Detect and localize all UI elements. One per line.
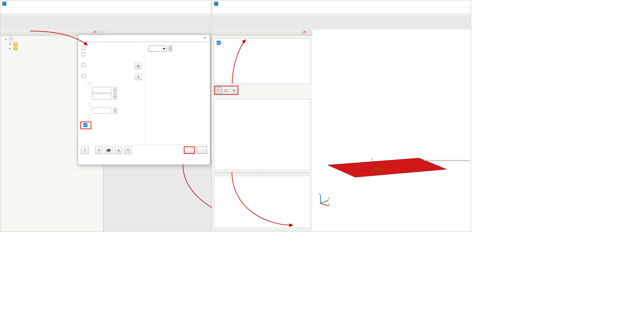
rf-zuschnitt-checkbox[interactable] — [82, 52, 86, 56]
cad-model-checkbox[interactable] — [217, 41, 221, 45]
rohr-settings-icon[interactable]: ⚙ — [135, 63, 142, 69]
folder-icon — [13, 47, 18, 50]
model-basis-dialog: × ⚙ ℹ ▴▾ ▴▾ — [78, 34, 210, 165]
viewport-axis-triad: Z Y X — [317, 193, 331, 207]
spinner-up-icon: ▴ — [113, 87, 117, 90]
dialog-footer: ? ✎ 📟 ⇲ ⇱ — [78, 144, 210, 156]
navigator-bottom-tabs[interactable] — [212, 230, 313, 231]
svg-text:Z: Z — [319, 193, 320, 195]
rohrleitung-checkbox[interactable] — [82, 63, 86, 67]
svg-text:X: X — [328, 204, 330, 206]
title-bar — [0, 0, 211, 7]
g-value-select[interactable] — [149, 46, 167, 52]
model-icon: 1 — [9, 37, 13, 42]
fallbeschleunigung-pane: ▴▾ — [144, 42, 210, 144]
svg-text:Y: Y — [380, 169, 382, 172]
red-slab — [328, 158, 446, 177]
svg-line-8 — [320, 200, 328, 203]
cqc-checkbox[interactable] — [82, 74, 86, 78]
pin-icon[interactable]: 📌 — [302, 31, 306, 34]
svg-text:X: X — [365, 169, 367, 172]
left-app-window: 📌× ▾1 ▾ ▸ × — [0, 0, 211, 232]
beta-input — [92, 94, 111, 100]
lehr-radio — [87, 102, 91, 106]
navigator-header: 📌× — [212, 29, 313, 36]
close-icon[interactable]: × — [98, 31, 101, 34]
menu-bar[interactable] — [0, 7, 211, 14]
context-menu[interactable] — [424, 160, 470, 161]
ok-button[interactable] — [184, 146, 195, 154]
open-folder-button[interactable]: 🗀 — [223, 87, 229, 94]
spinner-down-icon: ▾ — [113, 90, 117, 93]
cad-models-list[interactable] — [214, 38, 311, 84]
cadbim-checkbox[interactable] — [83, 123, 87, 127]
right-app-window: 📌× 📂 🗀 ✕ — [212, 0, 471, 232]
toolbar-row-2[interactable] — [212, 15, 471, 17]
import-button[interactable]: ⇱ — [124, 146, 132, 154]
cadbim-highlight — [80, 122, 91, 129]
properties-grid[interactable] — [214, 176, 311, 228]
alpha-input — [92, 87, 111, 93]
delete-button[interactable]: ✕ — [231, 87, 237, 94]
calc-button[interactable]: 📟 — [105, 146, 113, 154]
app-logo-icon — [214, 2, 218, 6]
menu-bar[interactable] — [212, 7, 471, 14]
pin-icon[interactable]: 📌 — [93, 31, 96, 34]
rayleigh-radio — [87, 82, 91, 86]
import-ifc-button[interactable]: 📂 — [215, 87, 222, 94]
lehr-per-lc-radio — [87, 115, 91, 119]
toolbar-row-2[interactable] — [0, 15, 211, 17]
rf-formfindung-checkbox[interactable] — [82, 46, 86, 50]
cqc-info-icon[interactable]: ℹ — [135, 74, 142, 80]
cad-model-item[interactable] — [215, 40, 309, 46]
spinner-up-icon[interactable]: ▴ — [169, 46, 172, 49]
folder-icon — [13, 42, 18, 46]
app-logo-icon — [2, 2, 6, 6]
dialog-title-bar[interactable]: × — [78, 35, 210, 42]
aktivieren-pane: ⚙ ℹ ▴▾ ▴▾ ▴▾ — [78, 42, 144, 144]
model-viewport[interactable]: Z Y X Z Y X — [313, 29, 471, 231]
spinner-down-icon[interactable]: ▾ — [169, 49, 172, 52]
cancel-button[interactable] — [197, 146, 207, 154]
svg-text:Z: Z — [371, 158, 373, 161]
close-icon[interactable]: × — [307, 31, 311, 34]
layers-elements-list[interactable] — [214, 99, 311, 170]
edit-button[interactable]: ✎ — [95, 146, 103, 154]
cad-tools-highlight: 📂 🗀 ✕ — [214, 86, 238, 95]
help-button[interactable]: ? — [81, 146, 89, 154]
building-model: Z Y X — [322, 32, 450, 202]
svg-text:Y: Y — [328, 197, 330, 200]
properties-header — [214, 172, 311, 174]
title-bar — [212, 0, 471, 7]
export-button[interactable]: ⇲ — [114, 146, 122, 154]
dialog-close-button[interactable]: × — [202, 36, 208, 40]
svg-line-10 — [320, 203, 328, 206]
d-input — [92, 108, 111, 114]
cadbim-navigator-panel: 📌× 📂 🗀 ✕ — [212, 29, 313, 231]
